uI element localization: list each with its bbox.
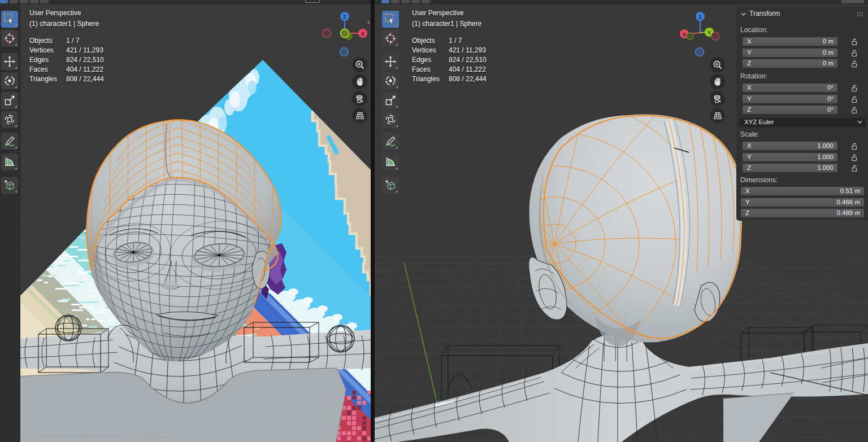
svg-text:Z: Z	[698, 14, 702, 20]
svg-text:Z: Z	[343, 14, 346, 20]
svg-text:X: X	[683, 32, 686, 37]
